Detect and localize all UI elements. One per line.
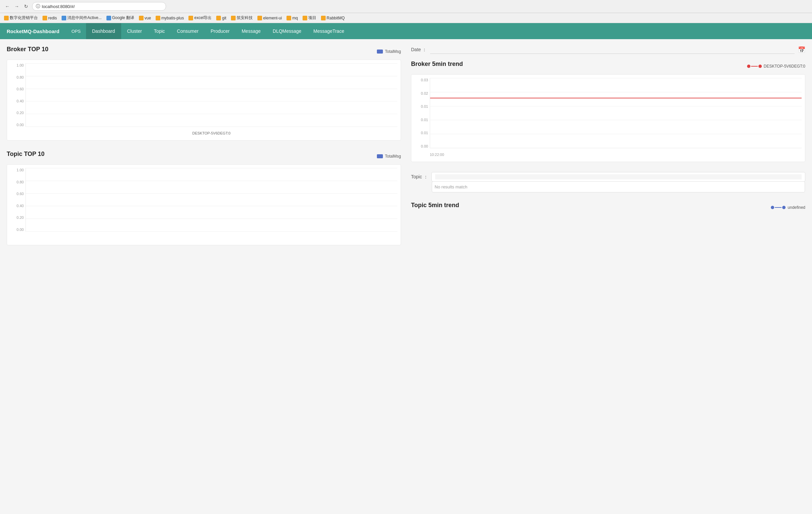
bookmark-icon [107, 16, 111, 21]
bookmark-icon [156, 16, 160, 21]
grid-line [26, 231, 397, 232]
bookmark-icon [139, 16, 144, 21]
broker-top10-section: Broker TOP 10 TotalMsg 1.00 0.80 0.60 0.… [7, 46, 401, 141]
topic-dropdown-menu: No results match [432, 181, 805, 192]
broker-top10-legend: TotalMsg [377, 49, 401, 54]
nav-item-dashboard[interactable]: Dashboard [86, 23, 121, 39]
topic-top10-plot: 1.00 0.80 0.60 0.40 0.20 0.00 [10, 168, 397, 242]
nav-item-topic[interactable]: Topic [148, 23, 171, 39]
bookmark-icon [4, 16, 9, 21]
grid-line [26, 181, 397, 181]
bookmark-label: mybatis-plus [161, 16, 184, 21]
bookmark-label: 消息中间件Active... [67, 15, 102, 21]
grid-line [26, 206, 397, 206]
bookmark-vue[interactable]: vue [138, 15, 152, 21]
broker-trend-legend-label: DESKTOP-5V6DEGT:0 [764, 64, 806, 69]
legend-dot-blue2 [782, 206, 786, 209]
broker-top10-yaxis: 1.00 0.80 0.60 0.40 0.20 0.00 [10, 63, 25, 127]
topic-top10-section: Topic TOP 10 TotalMsg 1.00 0.80 0.60 0.4… [7, 151, 401, 245]
app-logo: RocketMQ-Dashboard [0, 28, 66, 34]
bookmark-git[interactable]: git [215, 15, 228, 21]
topic-top10-plotarea [25, 168, 397, 232]
broker-x-label: DESKTOP-5V6DEGT:0 [25, 131, 397, 135]
grid-line [26, 101, 397, 101]
nav-menu: Dashboard Cluster Topic Consumer Produce… [86, 23, 350, 39]
bookmark-label: redis [48, 16, 57, 21]
legend-color-box [377, 154, 383, 158]
broker-top10-header: Broker TOP 10 TotalMsg [7, 46, 401, 57]
broker-trend-yaxis: 0.03 0.02 0.01 0.01 0.01 0.00 [415, 78, 430, 148]
bookmark-label: 项目 [308, 15, 316, 21]
grid-line [430, 134, 802, 134]
left-panel: Broker TOP 10 TotalMsg 1.00 0.80 0.60 0.… [7, 46, 408, 509]
nav-item-message[interactable]: Message [236, 23, 267, 39]
lock-icon: ⓘ [36, 3, 40, 9]
broker-trend-time: 10:22:00 [430, 153, 444, 157]
legend-color-box [377, 50, 383, 54]
bookmark-icon [287, 16, 291, 21]
grid-line [26, 168, 397, 168]
topic-no-results: No results match [435, 184, 468, 189]
grid-line [430, 120, 802, 120]
bookmark-icon [321, 16, 326, 21]
bookmark-label: 筑安科技 [237, 15, 253, 21]
grid-line [26, 63, 397, 64]
legend-dot-blue [771, 206, 774, 209]
legend-line-blue [775, 207, 782, 208]
bookmark-label: RabbitMQ [327, 16, 345, 21]
grid-line [26, 76, 397, 76]
right-panel: Date ： 📅 Broker 5min trend DESKTOP-5V6DE… [408, 46, 805, 509]
grid-line [430, 92, 802, 92]
grid-line [26, 218, 397, 219]
topic-row: Topic ： No results match [411, 172, 805, 182]
bookmark-excel[interactable]: excel导出 [187, 14, 213, 22]
bookmark-google[interactable]: Google 翻译 [105, 14, 136, 22]
topic-search-input[interactable] [435, 174, 802, 179]
forward-button[interactable]: → [13, 3, 20, 10]
topic-trend-legend-line [771, 206, 786, 209]
bookmark-project[interactable]: 项目 [301, 14, 318, 22]
topic-top10-legend-label: TotalMsg [385, 154, 401, 159]
bookmark-mq[interactable]: mq [285, 15, 299, 21]
nav-item-dlqmessage[interactable]: DLQMessage [267, 23, 308, 39]
grid-line [430, 78, 802, 78]
topic-top10-chart: 1.00 0.80 0.60 0.40 0.20 0.00 [7, 164, 401, 245]
nav-item-consumer[interactable]: Consumer [171, 23, 205, 39]
bookmark-zhuan[interactable]: 筑安科技 [230, 14, 254, 22]
topic-top10-legend: TotalMsg [377, 154, 401, 159]
bookmark-digital[interactable]: 数字化营销平台 [3, 14, 39, 22]
bookmark-mybatis[interactable]: mybatis-plus [154, 15, 185, 21]
back-button[interactable]: ← [4, 3, 11, 10]
broker-top10-legend-label: TotalMsg [385, 49, 401, 54]
bookmark-icon [302, 16, 307, 21]
legend-dot-red [747, 65, 750, 68]
broker-trend-title: Broker 5min trend [411, 61, 463, 68]
bookmark-icon [231, 16, 236, 21]
date-input[interactable] [430, 46, 794, 54]
trend-line-red [430, 98, 802, 98]
bookmark-icon [188, 16, 193, 21]
nav-item-messagetrace[interactable]: MessageTrace [307, 23, 350, 39]
calendar-icon[interactable]: 📅 [798, 46, 805, 54]
grid-line [26, 193, 397, 194]
broker-trend-plotarea: 0.03 0.02 0.01 0.01 0.01 0.00 [415, 78, 802, 158]
nav-item-producer[interactable]: Producer [204, 23, 236, 39]
topic-dropdown[interactable]: No results match [431, 172, 805, 182]
bookmark-redis[interactable]: redis [41, 15, 58, 21]
bookmark-active[interactable]: 消息中间件Active... [60, 14, 103, 22]
url-text: localhost:8080/#/ [42, 4, 75, 9]
bookmark-label: vue [145, 16, 151, 21]
bookmark-element[interactable]: element-ui [256, 15, 283, 21]
broker-top10-plotarea [25, 63, 397, 127]
broker-trend-chart: 0.03 0.02 0.01 0.01 0.01 0.00 [411, 74, 805, 162]
topic-trend-header: Topic 5min trend undefined [411, 202, 805, 213]
topic-trend-section: Topic 5min trend undefined [411, 202, 805, 213]
broker-trend-header: Broker 5min trend DESKTOP-5V6DEGT:0 [411, 61, 805, 71]
nav-item-cluster[interactable]: Cluster [121, 23, 148, 39]
bookmark-rabbitmq[interactable]: RabbitMQ [320, 15, 346, 21]
bookmark-icon [216, 16, 221, 21]
refresh-button[interactable]: ↻ [23, 3, 29, 10]
date-row: Date ： 📅 [411, 46, 805, 54]
bookmark-icon [62, 16, 66, 21]
address-bar[interactable]: ⓘ localhost:8080/#/ [32, 2, 166, 11]
